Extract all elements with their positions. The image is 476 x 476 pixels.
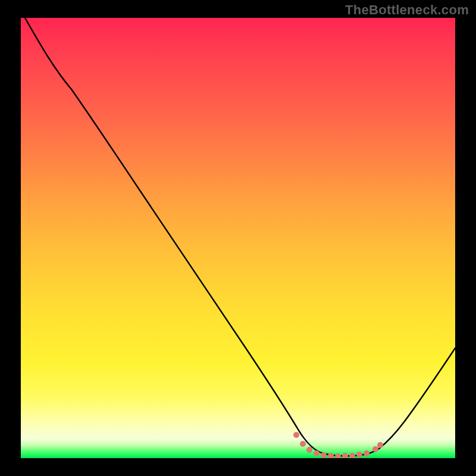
svg-point-6 — [335, 453, 341, 458]
svg-point-5 — [328, 453, 334, 458]
watermark-text: TheBottleneck.com — [345, 2, 469, 18]
svg-point-2 — [306, 447, 312, 453]
svg-point-8 — [349, 453, 355, 458]
svg-point-4 — [321, 452, 327, 458]
svg-point-1 — [300, 441, 306, 447]
bottleneck-curve — [25, 18, 455, 456]
chart-frame: TheBottleneck.com — [0, 0, 476, 476]
svg-point-11 — [372, 446, 378, 452]
svg-point-0 — [293, 432, 299, 438]
svg-point-12 — [377, 442, 383, 448]
plot-area — [21, 18, 455, 458]
svg-point-10 — [364, 450, 369, 456]
curve-layer — [21, 18, 455, 458]
svg-point-7 — [342, 453, 348, 458]
svg-point-9 — [356, 452, 362, 458]
optimal-range-markers — [293, 432, 383, 458]
svg-point-3 — [314, 450, 320, 456]
